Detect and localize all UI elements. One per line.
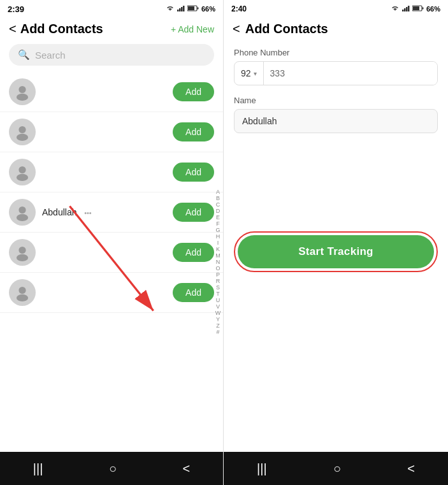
search-bar[interactable]: 🔍 Search (9, 44, 214, 66)
svg-point-10 (17, 134, 28, 141)
right-back-button[interactable]: < (233, 22, 240, 36)
svg-point-14 (17, 214, 28, 221)
right-menu-icon[interactable]: ||| (257, 461, 267, 476)
left-status-icons: 66% (166, 5, 215, 13)
alpha-w[interactable]: W (215, 310, 221, 316)
alpha-b[interactable]: B (216, 196, 220, 201)
name-label: Name (234, 96, 438, 105)
alpha-n[interactable]: N (216, 259, 220, 265)
right-panel: 2:40 66% < Add Contacts Phone Number 92 … (224, 0, 448, 485)
alpha-hash[interactable]: # (216, 329, 219, 335)
svg-rect-26 (422, 8, 423, 10)
form-area: Phone Number 92 ▾ Name (224, 41, 448, 221)
svg-rect-1 (179, 8, 181, 11)
add-contact-button[interactable]: Add (173, 203, 214, 222)
wifi-icon (166, 5, 175, 13)
left-header: < Add Contacts + Add New (0, 18, 223, 41)
right-header: < Add Contacts (224, 18, 448, 41)
phone-row: 92 ▾ (234, 61, 438, 85)
svg-rect-22 (406, 7, 408, 11)
svg-rect-25 (413, 6, 419, 10)
right-status-icons: 66% (391, 5, 440, 13)
alphabet-index: A B C D E F G H I K M N O P R S T U V W … (213, 72, 223, 452)
svg-rect-0 (177, 10, 179, 11)
left-header-left: < Add Contacts (9, 22, 103, 36)
svg-rect-3 (183, 6, 185, 11)
alpha-g[interactable]: G (215, 228, 220, 233)
search-placeholder: Search (35, 50, 66, 61)
name-input[interactable] (234, 109, 438, 133)
avatar (9, 199, 36, 226)
alpha-r[interactable]: R (216, 279, 220, 284)
svg-point-12 (17, 174, 28, 181)
right-time: 2:40 (231, 4, 247, 13)
avatar (9, 279, 36, 306)
list-item: Add (0, 72, 223, 112)
avatar (9, 78, 36, 105)
left-back-button[interactable]: < (9, 22, 17, 36)
start-tracking-border: Start Tracking (234, 231, 438, 272)
battery-icon (187, 5, 199, 13)
alpha-i[interactable]: I (217, 240, 219, 246)
start-tracking-button[interactable]: Start Tracking (238, 235, 434, 268)
phone-label: Phone Number (234, 48, 438, 57)
left-menu-icon[interactable]: ||| (33, 461, 43, 476)
dropdown-icon: ▾ (254, 70, 257, 77)
add-contact-button[interactable]: Add (173, 82, 214, 101)
spacer (224, 285, 448, 452)
country-code-value: 92 (241, 68, 251, 78)
alpha-m[interactable]: M (215, 253, 220, 259)
search-icon: 🔍 (18, 49, 30, 61)
add-new-button[interactable]: + Add New (171, 24, 214, 34)
alpha-e[interactable]: E (216, 215, 220, 221)
left-home-icon[interactable]: ○ (109, 461, 117, 476)
add-contact-button[interactable]: Add (173, 163, 214, 182)
alpha-d[interactable]: D (216, 208, 220, 214)
svg-point-15 (18, 247, 25, 254)
alpha-u[interactable]: U (216, 298, 220, 303)
alpha-v[interactable]: V (216, 304, 220, 310)
left-page-title: Add Contacts (20, 22, 103, 36)
alpha-k[interactable]: K (216, 247, 220, 252)
alpha-z[interactable]: Z (216, 323, 220, 329)
right-home-icon[interactable]: ○ (333, 461, 341, 476)
signal-icon (177, 5, 185, 13)
start-tracking-wrapper: Start Tracking (224, 221, 448, 285)
right-battery-icon (412, 5, 424, 13)
phone-number-input[interactable] (264, 62, 437, 85)
alpha-t[interactable]: T (216, 291, 220, 297)
svg-point-8 (17, 94, 28, 101)
add-contact-button[interactable]: Add (173, 122, 214, 141)
svg-point-9 (18, 126, 25, 133)
svg-point-18 (17, 294, 28, 301)
alpha-y[interactable]: Y (216, 317, 220, 322)
list-item: Add (0, 273, 223, 313)
right-status-bar: 2:40 66% (224, 0, 448, 18)
svg-rect-23 (408, 6, 410, 11)
list-item: Add (0, 112, 223, 152)
avatar (9, 239, 36, 266)
right-nav-bar: ||| ○ < (224, 452, 448, 485)
left-nav-bar: ||| ○ < (0, 452, 223, 485)
left-panel: 2:39 66% < Add Contacts + Add New 🔍 Sear… (0, 0, 224, 485)
alpha-o[interactable]: O (215, 266, 220, 271)
alpha-h[interactable]: H (216, 234, 220, 240)
alpha-a[interactable]: A (216, 189, 220, 195)
alpha-s[interactable]: S (216, 285, 220, 291)
contacts-list: Add Add Add Abdullah ••• Add (0, 72, 223, 452)
right-page-title: Add Contacts (245, 22, 328, 36)
svg-point-13 (18, 206, 25, 214)
add-contact-button[interactable]: Add (173, 243, 214, 262)
alpha-f[interactable]: F (216, 221, 220, 227)
alpha-c[interactable]: C (216, 202, 220, 208)
alpha-p[interactable]: P (216, 272, 220, 278)
list-item: Add (0, 152, 223, 192)
left-time: 2:39 (8, 4, 24, 14)
left-back-nav-icon[interactable]: < (183, 461, 191, 476)
svg-point-16 (17, 254, 28, 261)
add-contact-button[interactable]: Add (173, 283, 214, 302)
svg-rect-2 (181, 7, 183, 11)
avatar (9, 119, 36, 145)
right-back-nav-icon[interactable]: < (407, 461, 415, 476)
country-code-selector[interactable]: 92 ▾ (235, 62, 264, 85)
